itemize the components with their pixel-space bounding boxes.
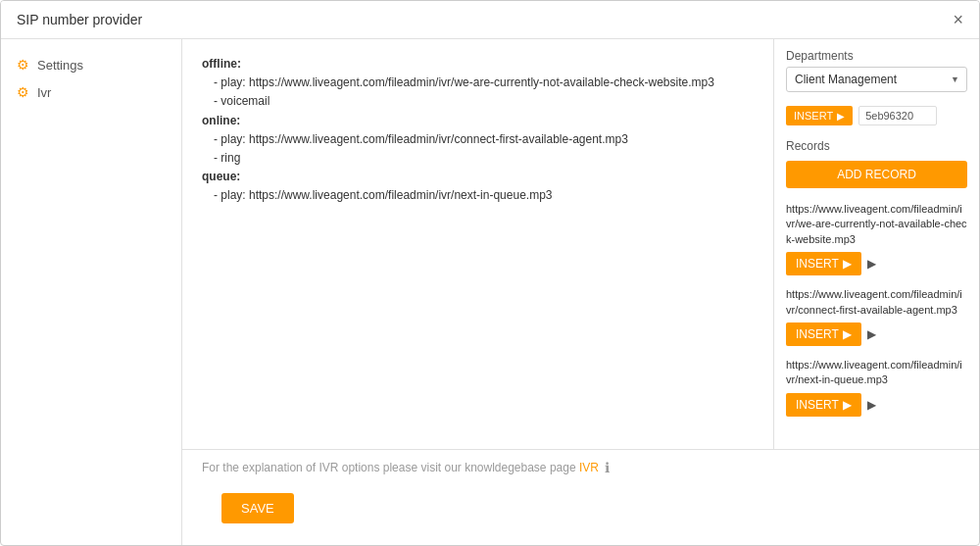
modal: SIP number provider × ⚙ Settings ⚙ Ivr o… bbox=[0, 0, 980, 546]
footer-area: For the explanation of IVR options pleas… bbox=[182, 449, 979, 545]
record-url: https://www.liveagent.com/fileadmin/ivr/… bbox=[786, 202, 967, 247]
add-record-button[interactable]: ADD RECORD bbox=[786, 161, 967, 188]
insert-arrow-icon-3: ▶ bbox=[843, 398, 852, 412]
departments-select-wrapper: Client Management bbox=[786, 67, 967, 92]
insert-small-button[interactable]: INSERT ▶ bbox=[786, 106, 853, 125]
ivr-offline-play: - play: https://www.liveagent.com/filead… bbox=[202, 74, 754, 92]
departments-select[interactable]: Client Management bbox=[786, 67, 967, 92]
save-area: SAVE bbox=[182, 485, 979, 545]
sidebar: ⚙ Settings ⚙ Ivr bbox=[1, 39, 182, 545]
ivr-offline-voicemail: - voicemail bbox=[202, 92, 754, 111]
insert-row: INSERT ▶ bbox=[786, 106, 967, 125]
content-area: offline: - play: https://www.liveagent.c… bbox=[182, 39, 979, 449]
record-play-button-1[interactable]: ▶ bbox=[867, 257, 876, 271]
insert-label-2: INSERT bbox=[796, 327, 839, 341]
record-actions: INSERT ▶ ▶ bbox=[786, 393, 967, 417]
record-item: https://www.liveagent.com/fileadmin/ivr/… bbox=[786, 358, 967, 417]
hash-input[interactable] bbox=[858, 106, 937, 125]
insert-small-label: INSERT bbox=[794, 110, 833, 122]
ivr-online-label: online: bbox=[202, 112, 754, 130]
ivr-gear-icon: ⚙ bbox=[17, 84, 29, 100]
footer-left: For the explanation of IVR options pleas… bbox=[202, 460, 610, 475]
sidebar-item-label: Ivr bbox=[37, 85, 51, 100]
save-button[interactable]: SAVE bbox=[221, 493, 294, 523]
info-icon[interactable]: ℹ bbox=[605, 460, 610, 475]
main-content: offline: - play: https://www.liveagent.c… bbox=[182, 39, 979, 545]
insert-arrow-icon-1: ▶ bbox=[843, 257, 852, 271]
gear-icon: ⚙ bbox=[17, 57, 29, 73]
insert-label-1: INSERT bbox=[796, 257, 839, 271]
ivr-queue-play: - play: https://www.liveagent.com/filead… bbox=[202, 186, 754, 205]
insert-arrow-icon-2: ▶ bbox=[843, 327, 852, 341]
right-panel: Departments Client Management INSERT ▶ bbox=[773, 39, 979, 449]
record-play-button-2[interactable]: ▶ bbox=[867, 327, 876, 341]
sidebar-item-settings[interactable]: ⚙ Settings bbox=[1, 51, 181, 78]
sidebar-item-ivr[interactable]: ⚙ Ivr bbox=[1, 78, 181, 106]
record-insert-button-3[interactable]: INSERT ▶ bbox=[786, 393, 861, 417]
ivr-queue-label: queue: bbox=[202, 168, 754, 186]
record-item: https://www.liveagent.com/fileadmin/ivr/… bbox=[786, 202, 967, 275]
record-insert-button-2[interactable]: INSERT ▶ bbox=[786, 323, 861, 346]
ivr-online-ring: - ring bbox=[202, 149, 754, 168]
record-play-button-3[interactable]: ▶ bbox=[867, 398, 876, 412]
modal-header: SIP number provider × bbox=[1, 1, 979, 39]
insert-label-3: INSERT bbox=[796, 398, 839, 412]
footer: For the explanation of IVR options pleas… bbox=[182, 449, 979, 485]
sidebar-item-label: Settings bbox=[37, 58, 83, 73]
records-label: Records bbox=[786, 139, 967, 153]
record-insert-button-1[interactable]: INSERT ▶ bbox=[786, 252, 861, 275]
record-actions: INSERT ▶ ▶ bbox=[786, 323, 967, 346]
close-button[interactable]: × bbox=[953, 11, 963, 28]
record-item: https://www.liveagent.com/fileadmin/ivr/… bbox=[786, 287, 967, 346]
modal-body: ⚙ Settings ⚙ Ivr offline: - play: https:… bbox=[1, 39, 979, 545]
insert-arrow-icon: ▶ bbox=[837, 111, 845, 122]
footer-text: For the explanation of IVR options pleas… bbox=[202, 461, 599, 474]
ivr-online-play: - play: https://www.liveagent.com/filead… bbox=[202, 130, 754, 149]
text-panel: offline: - play: https://www.liveagent.c… bbox=[182, 39, 773, 449]
ivr-link[interactable]: IVR bbox=[579, 461, 599, 474]
record-url: https://www.liveagent.com/fileadmin/ivr/… bbox=[786, 358, 967, 388]
ivr-offline-label: offline: bbox=[202, 55, 754, 74]
modal-title: SIP number provider bbox=[17, 12, 142, 27]
record-url: https://www.liveagent.com/fileadmin/ivr/… bbox=[786, 287, 967, 318]
departments-label: Departments bbox=[786, 49, 967, 63]
record-actions: INSERT ▶ ▶ bbox=[786, 252, 967, 275]
